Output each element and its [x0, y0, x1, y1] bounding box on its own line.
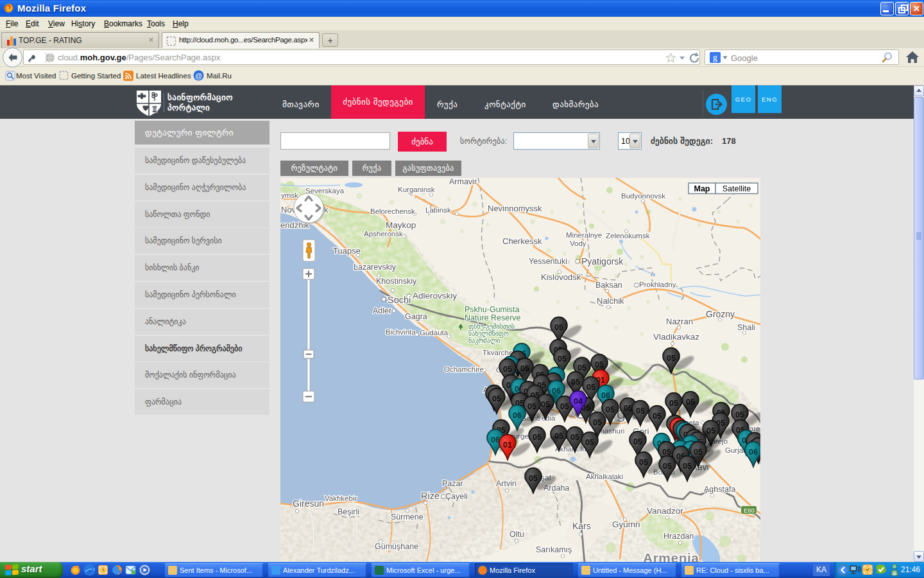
- svg-text:Gyumri: Gyumri: [612, 520, 640, 529]
- svg-text:Vody: Vody: [570, 240, 586, 247]
- svg-text:Beşirli: Beşirli: [338, 507, 359, 516]
- svg-text:k: k: [324, 205, 329, 215]
- svg-text:ნაკრძალი: ნაკრძალი: [468, 337, 501, 345]
- svg-text:Labinsk: Labinsk: [425, 206, 451, 214]
- svg-text:Armavir: Armavir: [449, 178, 477, 186]
- svg-text:Pazar: Pazar: [442, 479, 463, 488]
- svg-text:05: 05: [560, 402, 569, 411]
- svg-text:05: 05: [636, 407, 645, 416]
- svg-text:05: 05: [663, 462, 672, 471]
- svg-text:01: 01: [503, 441, 512, 450]
- svg-text:06: 06: [513, 411, 522, 420]
- svg-text:Grozny: Grozny: [706, 309, 735, 319]
- svg-text:05: 05: [653, 412, 662, 421]
- svg-text:05: 05: [529, 474, 538, 483]
- svg-text:Lazarevskiy: Lazarevskiy: [354, 263, 397, 272]
- svg-text:Tuapse: Tuapse: [333, 246, 361, 256]
- svg-text:E60: E60: [744, 507, 755, 514]
- svg-text:Satellite: Satellite: [723, 184, 751, 193]
- svg-text:05: 05: [662, 448, 671, 457]
- svg-text:Nalchik: Nalchik: [597, 296, 624, 306]
- svg-text:05: 05: [669, 399, 678, 408]
- svg-text:Nazran: Nazran: [666, 317, 693, 326]
- svg-text:Armenia: Armenia: [643, 550, 699, 562]
- svg-text:Belorechensk: Belorechensk: [370, 207, 415, 215]
- svg-text:Mineralnye: Mineralnye: [566, 231, 602, 239]
- svg-text:06: 06: [749, 448, 758, 457]
- svg-text:Kars: Kars: [572, 521, 591, 531]
- svg-text:05: 05: [578, 363, 586, 372]
- svg-text:Apsheronsk: Apsheronsk: [364, 230, 403, 238]
- svg-text:06: 06: [491, 435, 500, 444]
- svg-text:05: 05: [492, 394, 501, 403]
- svg-text:Akhalkalaki: Akhalkalaki: [586, 473, 623, 480]
- svg-text:Khostinskiy: Khostinskiy: [376, 277, 417, 286]
- svg-text:Artvin: Artvin: [496, 479, 517, 488]
- svg-text:Oltu: Oltu: [509, 530, 524, 539]
- svg-text:Pyatigorsk: Pyatigorsk: [581, 256, 624, 267]
- svg-text:Vanadzor: Vanadzor: [647, 506, 683, 516]
- svg-text:05: 05: [633, 437, 642, 446]
- svg-text:ymsk: ymsk: [281, 191, 298, 199]
- svg-text:Adler: Adler: [373, 306, 391, 315]
- svg-text:Vakfıkebir: Vakfıkebir: [325, 495, 357, 502]
- svg-text:Budyonnovsk: Budyonnovsk: [621, 192, 665, 200]
- svg-text:Nevinnomyssk: Nevinnomyssk: [488, 204, 542, 213]
- svg-text:Çayeli: Çayeli: [445, 492, 468, 501]
- svg-text:06: 06: [601, 391, 610, 400]
- svg-text:05: 05: [667, 354, 676, 363]
- svg-text:05: 05: [570, 433, 579, 442]
- svg-text:Maykop: Maykop: [386, 220, 416, 230]
- svg-text:Map: Map: [694, 184, 710, 193]
- svg-text:05: 05: [639, 458, 648, 467]
- svg-text:05: 05: [683, 462, 692, 471]
- svg-text:Giresun: Giresun: [293, 498, 324, 509]
- svg-text:05: 05: [593, 418, 602, 427]
- svg-text:Rize: Rize: [421, 491, 440, 501]
- svg-text:Gudauta: Gudauta: [420, 329, 449, 337]
- svg-text:Ochamchire: Ochamchire: [444, 365, 484, 373]
- svg-text:04: 04: [574, 397, 583, 406]
- svg-text:05: 05: [558, 355, 567, 363]
- svg-text:Sarıkamış: Sarıkamış: [536, 545, 572, 554]
- svg-text:05: 05: [503, 365, 512, 374]
- svg-text:Cherkessk: Cherkessk: [502, 236, 542, 246]
- svg-text:Bichvinta: Bichvinta: [386, 328, 416, 336]
- svg-text:Nature Reserve: Nature Reserve: [465, 313, 521, 322]
- svg-text:Pskhu-Gumista: Pskhu-Gumista: [465, 305, 519, 314]
- svg-text:Kislovodsk: Kislovodsk: [541, 272, 581, 282]
- svg-text:Hrazdan: Hrazdan: [663, 532, 694, 541]
- svg-text:05: 05: [585, 438, 594, 447]
- svg-text:Zelenokumsk: Zelenokumsk: [606, 232, 650, 240]
- svg-text:Vladikavkaz: Vladikavkaz: [653, 332, 699, 342]
- svg-text:@: @: [195, 72, 202, 80]
- svg-text:05: 05: [554, 323, 563, 332]
- svg-text:Adlerovskiy: Adlerovskiy: [413, 291, 457, 301]
- svg-text:Gümüşhane: Gümüşhane: [375, 542, 418, 551]
- svg-text:Baksan: Baksan: [595, 281, 622, 290]
- svg-text:Sürmene: Sürmene: [391, 512, 424, 521]
- svg-text:05: 05: [735, 410, 744, 419]
- svg-text:Yessentuki: Yessentuki: [529, 257, 567, 266]
- svg-text:Shali: Shali: [737, 323, 755, 332]
- svg-text:Sochi: Sochi: [388, 295, 411, 305]
- svg-text:Kurganinsk: Kurganinsk: [398, 186, 435, 193]
- svg-text:Prokhladny: Prokhladny: [639, 281, 676, 288]
- svg-text:Gagra: Gagra: [405, 312, 427, 321]
- svg-text:05: 05: [606, 405, 615, 414]
- svg-text:Aghstafa: Aghstafa: [704, 485, 735, 494]
- svg-text:05: 05: [527, 402, 536, 411]
- svg-text:05: 05: [533, 433, 542, 442]
- svg-text:05: 05: [586, 383, 595, 392]
